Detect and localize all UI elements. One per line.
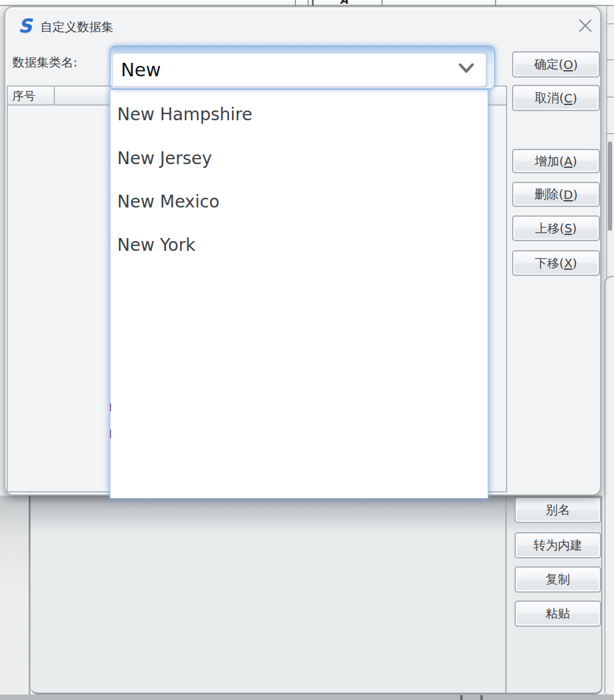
delete-button-label: 删除( <box>534 186 563 203</box>
dropdown-item-new-york[interactable]: New York <box>110 223 488 267</box>
dropdown-item-new-jersey[interactable]: New Jersey <box>110 136 488 180</box>
dialog-title: 自定义数据集 <box>40 19 114 35</box>
add-button[interactable]: 增加(A) <box>512 149 600 173</box>
dropdown-toggle-button[interactable] <box>455 61 477 76</box>
copy-button-label: 复制 <box>546 571 570 588</box>
add-mnemonic: A <box>564 154 572 168</box>
background-panel <box>31 496 602 695</box>
cancel-button[interactable]: 取消(C) <box>512 85 600 111</box>
ok-mnemonic: O <box>563 57 573 72</box>
move-down-button-label: 下移( <box>535 255 564 272</box>
cancel-mnemonic: C <box>564 91 572 106</box>
background-line <box>295 0 296 6</box>
move-up-button[interactable]: 上移(S) <box>512 215 600 241</box>
column-header-value <box>55 87 59 104</box>
move-up-mnemonic: S <box>565 221 572 236</box>
alias-button[interactable]: 别名 <box>515 497 601 523</box>
dataset-class-input[interactable]: New <box>112 53 486 87</box>
background-grid-line <box>606 96 614 98</box>
dropdown-item-new-mexico[interactable]: New Mexico <box>110 179 488 223</box>
background-tick <box>480 695 483 700</box>
paste-button[interactable]: 粘贴 <box>515 601 601 627</box>
add-button-label: 增加( <box>535 153 564 170</box>
convert-to-builtin-button-label: 转为内建 <box>533 537 582 554</box>
close-button[interactable] <box>575 15 596 36</box>
dropdown-item-new-hampshire[interactable]: New Hampshire <box>110 92 488 136</box>
chevron-down-icon <box>458 62 475 74</box>
convert-to-builtin-button[interactable]: 转为内建 <box>515 532 601 558</box>
background-tick <box>460 695 463 700</box>
background-window-right <box>601 6 614 700</box>
delete-button[interactable]: 删除(D) <box>512 182 600 207</box>
move-up-button-label: 上移( <box>535 220 565 237</box>
background-artifact-glyph: A <box>340 0 353 6</box>
delete-mnemonic: D <box>563 187 572 202</box>
background-bottom-strip <box>0 695 614 700</box>
app-logo-icon: S <box>18 15 37 36</box>
background-line <box>312 0 314 6</box>
scrollbar-thumb[interactable] <box>608 142 612 231</box>
move-down-mnemonic: X <box>564 256 572 270</box>
background-panel-corner <box>604 276 614 693</box>
background-area-left <box>0 496 31 700</box>
copy-button[interactable]: 复制 <box>515 566 601 593</box>
background-divider <box>505 496 507 693</box>
paste-button-label: 粘贴 <box>546 605 570 622</box>
dataset-class-dropdown-list: New Hampshire New Jersey New Mexico New … <box>110 89 488 499</box>
close-icon <box>577 18 593 34</box>
background-line <box>495 0 496 6</box>
move-down-button[interactable]: 下移(X) <box>512 250 600 276</box>
cancel-button-label: 取消( <box>535 90 564 106</box>
column-header-index: 序号 <box>8 87 55 104</box>
dataset-class-combobox: New <box>110 46 495 89</box>
ok-button[interactable]: 确定(O) <box>512 51 600 78</box>
alias-button-label: 别名 <box>546 502 570 518</box>
background-window-top: A <box>0 0 614 6</box>
background-artifact-tick <box>110 403 111 411</box>
background-line <box>381 0 383 6</box>
background-artifact-tick <box>110 430 111 438</box>
background-grid-line <box>606 59 614 60</box>
dataset-class-label: 数据集类名: <box>12 54 78 71</box>
ok-button-label: 确定( <box>534 56 563 73</box>
background-grid-line <box>606 23 614 24</box>
background-grid-line <box>606 133 614 134</box>
background-line <box>308 0 309 6</box>
